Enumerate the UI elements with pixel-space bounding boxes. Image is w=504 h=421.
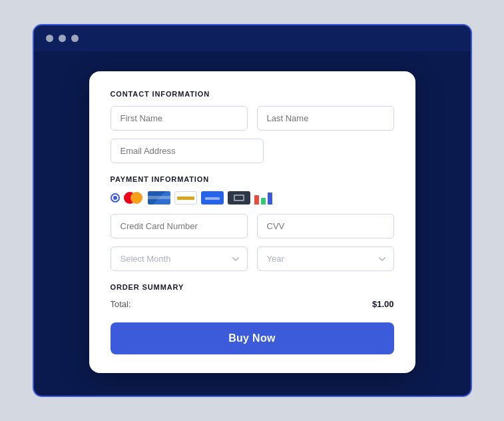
titlebar-dot-3 [71,35,79,42]
payment-section: PAYMENT INFORMATION [111,175,394,271]
first-name-input[interactable] [111,106,248,131]
visa-icon [174,191,197,205]
titlebar-dot-1 [46,35,53,42]
year-select[interactable]: Year 2024 2025 2026 2027 2028 2029 2030 [257,246,394,271]
browser-window: CONTACT INFORMATION PAYMENT INFORMATION [33,24,472,397]
expiry-row: Select Month January February March Apri… [111,246,394,271]
order-section: ORDER SUMMARY Total: $1.00 [111,283,394,309]
month-select[interactable]: Select Month January February March Apri… [111,246,248,271]
titlebar [34,25,471,51]
total-value: $1.00 [372,299,394,309]
payment-section-label: PAYMENT INFORMATION [111,175,394,183]
contact-section-label: CONTACT INFORMATION [111,90,394,98]
cvv-input[interactable] [257,214,394,238]
email-row [111,139,394,163]
titlebar-dot-2 [59,35,66,42]
name-row [111,106,394,131]
chart-icon [254,191,274,205]
blue-card-icon [201,191,224,205]
total-label: Total: [111,299,131,309]
mastercard-icon [124,191,144,205]
card-number-input[interactable] [111,214,248,238]
card-icons-row [111,191,394,205]
email-input[interactable] [111,139,264,163]
browser-content: CONTACT INFORMATION PAYMENT INFORMATION [34,51,471,396]
payment-radio[interactable] [111,193,120,203]
payment-card: CONTACT INFORMATION PAYMENT INFORMATION [89,71,415,373]
order-section-label: ORDER SUMMARY [111,283,394,291]
card-details-row [111,214,394,238]
dark-card-icon [228,191,250,205]
amex-icon [148,191,170,205]
last-name-input[interactable] [257,106,394,131]
buy-now-button[interactable]: Buy Now [111,322,394,354]
order-total-row: Total: $1.00 [111,299,394,309]
